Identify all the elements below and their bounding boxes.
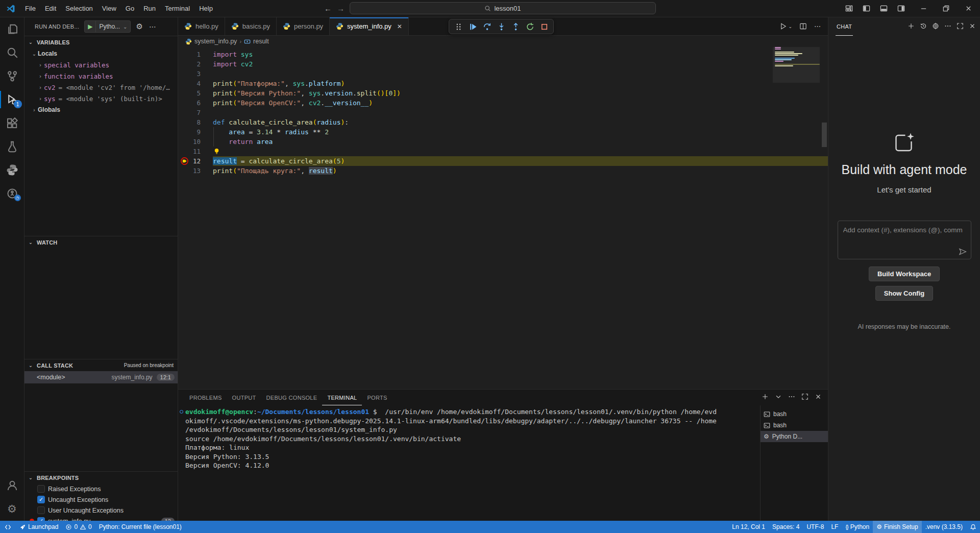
indentation-status[interactable]: Spaces: 4	[769, 521, 803, 533]
debug-settings-gear-icon[interactable]: ⚙	[134, 22, 144, 31]
terminal-output[interactable]: evdokimoff@opencv:~/Documents/lessons/le…	[178, 405, 760, 521]
line-number[interactable]: 11	[193, 147, 201, 156]
language-mode[interactable]: {} Python	[842, 521, 873, 533]
breakpoint-row[interactable]: ✓Uncaught Exceptions	[24, 494, 178, 505]
close-icon[interactable]	[961, 2, 976, 15]
nav-back-icon[interactable]: ←	[324, 4, 332, 13]
variable-row[interactable]: ›cv2= <module 'cv2' from '/home/…	[24, 82, 178, 93]
gutter[interactable]: 1	[178, 50, 213, 59]
call-stack-header[interactable]: ⌄ CALL STACK Paused on breakpoint	[24, 359, 178, 371]
cursor-position[interactable]: Ln 12, Col 1	[728, 521, 769, 533]
minimap[interactable]	[773, 47, 820, 83]
continue-icon[interactable]	[467, 20, 479, 33]
variables-header[interactable]: ⌄ VARIABLES	[24, 36, 178, 48]
menu-view[interactable]: View	[97, 2, 121, 15]
step-over-icon[interactable]	[481, 20, 493, 33]
gutter[interactable]: 5	[178, 88, 213, 98]
more-icon[interactable]	[944, 22, 951, 31]
line-number[interactable]: 4	[197, 79, 201, 88]
line-number[interactable]: 1	[197, 50, 201, 59]
code-line-12[interactable]: 12result = calculate_circle_area(5)	[178, 156, 828, 166]
problems-status[interactable]: 0 0	[62, 521, 95, 533]
breakpoint-row[interactable]: Raised Exceptions	[24, 483, 178, 494]
tab-hello.py[interactable]: hello.py	[178, 17, 225, 35]
send-icon[interactable]	[959, 248, 967, 256]
menu-edit[interactable]: Edit	[40, 2, 61, 15]
line-number[interactable]: 12	[193, 156, 201, 166]
gutter[interactable]: 8	[178, 117, 213, 127]
start-debug-icon[interactable]: ▶	[85, 21, 96, 32]
line-number[interactable]: 5	[197, 88, 201, 98]
gutter[interactable]: 9	[178, 127, 213, 137]
code-line-8[interactable]: 8def calculate_circle_area(radius):	[178, 117, 828, 127]
breakpoint-row[interactable]: User Uncaught Exceptions	[24, 505, 178, 516]
gutter[interactable]: 4	[178, 79, 213, 88]
launchpad-status[interactable]: Launchpad	[16, 521, 62, 533]
stack-frame-row[interactable]: <module> system_info.py 12:1	[24, 371, 178, 383]
line-number[interactable]: 6	[197, 98, 201, 108]
more-icon[interactable]	[788, 393, 795, 402]
breakpoint-checkbox[interactable]	[37, 485, 45, 493]
current-breakpoint-icon[interactable]	[180, 157, 189, 165]
panel-tab-problems[interactable]: PROBLEMS	[184, 390, 227, 405]
lightbulb-icon[interactable]	[213, 148, 220, 155]
gutter[interactable]: 13	[178, 166, 213, 176]
gutter[interactable]: 6	[178, 98, 213, 108]
more-actions-icon[interactable]: ⋯	[814, 22, 821, 30]
step-into-icon[interactable]	[495, 20, 507, 33]
run-python-file-icon[interactable]: ⌄	[779, 22, 792, 30]
tab-basics.py[interactable]: basics.py	[225, 17, 277, 35]
breakpoint-checkbox[interactable]: ✓	[37, 517, 45, 521]
activity-extensions[interactable]	[0, 111, 24, 135]
menu-file[interactable]: File	[20, 2, 40, 15]
split-editor-icon[interactable]	[799, 22, 807, 30]
expand-icon[interactable]	[801, 393, 808, 402]
panel-left-icon[interactable]	[859, 2, 874, 15]
line-number[interactable]: 10	[193, 137, 201, 147]
code-line-3[interactable]: 3	[178, 69, 828, 79]
remote-indicator[interactable]	[0, 521, 16, 533]
activity-explorer[interactable]	[0, 17, 24, 41]
gutter[interactable]: 11	[178, 147, 213, 156]
terminal-instance-bash[interactable]: bash	[761, 420, 828, 431]
breakpoint-checkbox[interactable]	[37, 506, 45, 514]
close-icon[interactable]	[815, 393, 822, 402]
breadcrumb-symbol[interactable]: result	[253, 38, 269, 45]
python-interpreter-status[interactable]: Python: Current file (lesson01)	[95, 521, 185, 533]
variable-row[interactable]: ›sys= <module 'sys' (built-in)>	[24, 93, 178, 104]
code-line-5[interactable]: 5print("Версия Python:", sys.version.spl…	[178, 88, 828, 98]
scope-locals[interactable]: ⌄ Locals	[24, 48, 178, 59]
activity-run-and-debug[interactable]: 1	[0, 88, 24, 111]
activity-source-control[interactable]	[0, 64, 24, 88]
panel-tab-output[interactable]: OUTPUT	[227, 390, 261, 405]
gutter[interactable]: 7	[178, 108, 213, 117]
restart-icon[interactable]	[524, 20, 536, 33]
variable-row[interactable]: ›function variables	[24, 70, 178, 82]
more-actions-icon[interactable]: ⋯	[148, 22, 158, 31]
activity-accounts[interactable]	[0, 474, 24, 497]
show-config-button[interactable]: Show Config	[875, 286, 933, 301]
close-icon[interactable]: ✕	[397, 23, 402, 30]
code-line-6[interactable]: 6print("Версия OpenCV:", cv2.__version__…	[178, 98, 828, 108]
code-line-7[interactable]: 7	[178, 108, 828, 117]
command-center-search[interactable]: lesson01	[350, 2, 656, 14]
line-number[interactable]: 3	[197, 69, 201, 79]
nav-forward-icon[interactable]: →	[337, 4, 345, 13]
gutter[interactable]: 10	[178, 137, 213, 147]
code-line-11[interactable]: 11	[178, 147, 828, 156]
expand-icon[interactable]	[957, 22, 964, 31]
menu-run[interactable]: Run	[139, 2, 160, 15]
add-icon[interactable]	[762, 393, 769, 402]
code-line-13[interactable]: 13print("Площадь круга:", result)	[178, 166, 828, 176]
panel-right-icon[interactable]	[893, 2, 909, 15]
settings-icon[interactable]	[932, 22, 939, 31]
line-number[interactable]: 9	[197, 127, 201, 137]
activity-python[interactable]	[0, 158, 24, 182]
watch-header[interactable]: ⌄ WATCH	[24, 236, 178, 248]
close-icon[interactable]	[969, 22, 976, 31]
chevron-down-icon[interactable]	[775, 393, 782, 402]
panel-tab-terminal[interactable]: TERMINAL	[322, 390, 362, 405]
stop-icon[interactable]	[538, 20, 550, 33]
breakpoints-header[interactable]: ⌄ BREAKPOINTS	[24, 472, 178, 483]
activity-testing[interactable]	[0, 135, 24, 158]
